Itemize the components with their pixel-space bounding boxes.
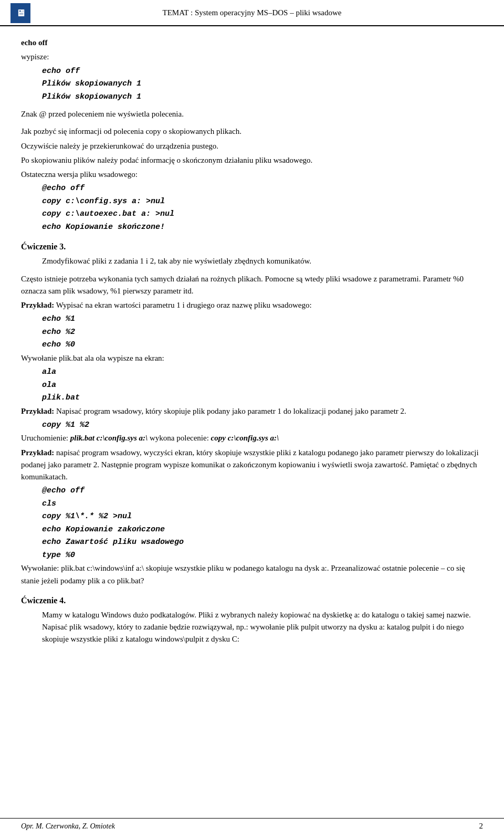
code-copy-config: copy c:\config.sys a: >nul (42, 196, 483, 208)
footer-page-number: 2 (479, 822, 484, 831)
uruchomienie1-cont: wykona polecenie: (148, 434, 211, 442)
ostateczna-wersja: Ostateczna wersja pliku wsadowego: (21, 169, 483, 181)
uruchomienie1-label: Uruchomienie: (21, 434, 70, 442)
przyklad1-text: Wypisać na ekran wartości parametru 1 i … (54, 301, 311, 309)
plik-bat-bold1: plik.bat c:\config.sys a:\ (70, 434, 148, 442)
przyklad2-line: Przykład: Napisać program wsadowy, który… (21, 405, 483, 417)
uruchomienie1-line: Uruchomienie: plik.bat c:\config.sys a:\… (21, 432, 483, 444)
wywolanie1-text: Wywołanie plik.bat ala ola wypisze na ek… (21, 352, 483, 364)
czesto-text: Często istnieje potrzeba wykonania tych … (21, 273, 483, 298)
logo-icon: 🖥 (16, 8, 25, 19)
advanced-code3: copy %1\*.* %2 >nul (42, 511, 483, 523)
przyklad2-bold: Przykład: (21, 407, 54, 415)
echo-percent0: echo %0 (42, 339, 483, 351)
plik-bat-code: plik.bat (42, 392, 483, 404)
code-plikow2: Plików skopiowanych 1 (42, 91, 483, 103)
header-title: TEMAT : System operacyjny MS–DOS – pliki… (163, 8, 342, 17)
code-copy-autoexec: copy c:\autoexec.bat a: >nul (42, 208, 483, 221)
cwiczenie4-label: Ćwiczenie 4. (21, 596, 66, 605)
cwiczenie4-text: Mamy w katalogu Windows dużo podkatalogó… (42, 609, 483, 646)
advanced-code1: @echo off (42, 485, 483, 497)
przyklad3-bold: Przykład: (21, 448, 54, 457)
przyklad3-line: Przykład: napisać program wsadowy, wyczy… (21, 447, 483, 484)
page-footer: Opr. M. Czerwonka, Z. Omiotek 2 (0, 818, 504, 834)
jak-pozbyc: Jak pozbyć się informacji od polecenia c… (21, 125, 483, 138)
wywolanie2-text: Wywołanie: plik.bat c:\windows\inf a:\ s… (21, 562, 483, 587)
footer-author: Opr. M. Czerwonka, Z. Omiotek (21, 822, 115, 831)
advanced-code4: echo Kopiowanie zakończone (42, 524, 483, 536)
ostateczna-label: Ostateczna wersja pliku wsadowego: (21, 170, 138, 179)
echo-percent1: echo %1 (42, 313, 483, 326)
cwiczenie3-text: Zmodyfikować pliki z zadania 1 i 2, tak … (42, 255, 483, 267)
echo-off-heading: echo off (21, 37, 483, 49)
wypisze-label: wypisze: (21, 51, 483, 63)
logo: 🖥 (10, 3, 30, 23)
advanced-code5: echo Zawartość pliku wsadowego (42, 537, 483, 549)
cwiczenie3-heading: Ćwiczenie 3. (21, 240, 483, 253)
code-echo-off: echo off (42, 66, 483, 78)
page-container: 🖥 TEMAT : System operacyjny MS–DOS – pli… (0, 0, 504, 839)
przyklad1-line: Przykład: Wypisać na ekran wartości para… (21, 299, 483, 311)
advanced-code2: cls (42, 498, 483, 510)
code-plikow1: Plików skopiowanych 1 (42, 78, 483, 90)
przyklad2-text: Napisać program wsadowy, który skopiuje … (54, 407, 406, 415)
przyklad1-bold: Przykład: (21, 301, 54, 309)
main-content: echo off wypisze: echo off Plików skopio… (0, 26, 504, 679)
advanced-code6: type %0 (42, 550, 483, 562)
przyklad3-text: napisać program wsadowy, wyczyści ekran,… (21, 448, 479, 481)
page-header: 🖥 TEMAT : System operacyjny MS–DOS – pli… (0, 0, 504, 26)
cwiczenie4-heading: Ćwiczenie 4. (21, 594, 483, 607)
oczywiscie: Oczywiście należy je przekierunkować do … (21, 140, 483, 152)
copy-config-bold: copy c:\config.sys a:\ (211, 434, 279, 442)
po-skopiowaniu: Po skopiowaniu plików należy podać infor… (21, 154, 483, 166)
echo-percent2: echo %2 (42, 327, 483, 339)
cwiczenie3-label: Ćwiczenie 3. (21, 242, 66, 251)
znak-info: Znak @ przed poleceniem nie wyświetla po… (21, 108, 483, 120)
ola-code: ola (42, 380, 483, 392)
copy-param-code: copy %1 %2 (42, 419, 483, 432)
ala-code: ala (42, 366, 483, 379)
code-echo-kopiowanie: echo Kopiowanie skończone! (42, 222, 483, 234)
code-at-echo-off: @echo off (42, 183, 483, 195)
